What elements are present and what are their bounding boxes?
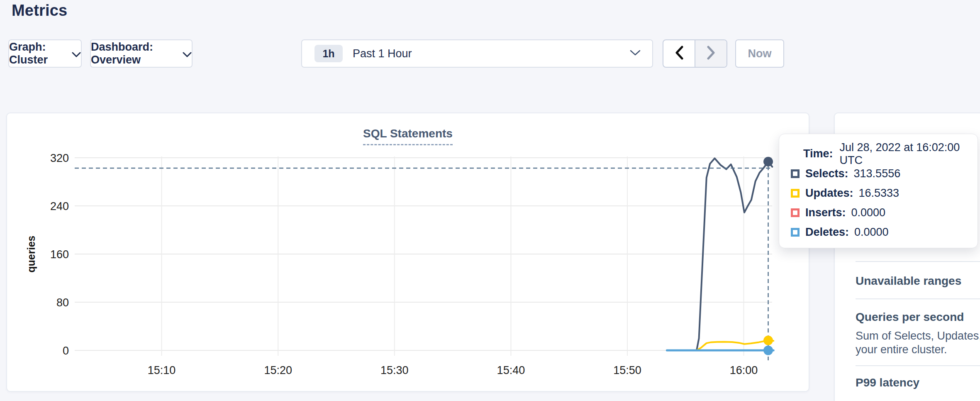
sidebar-divider [856,298,980,299]
tooltip-updates-label: Updates: [805,187,853,200]
chevron-down-icon [630,50,641,58]
chart-title-wrap: SQL Statements [6,127,809,145]
page-title: Metrics [12,2,67,20]
tooltip-inserts-label: Inserts: [805,206,846,219]
sidebar-qps-description-line2: your entire cluster. [856,343,947,356]
tooltip-row-deletes: Deletes: 0.0000 [791,226,966,238]
tooltip-selects-label: Selects: [805,167,848,180]
tooltip-deletes-value: 0.0000 [854,226,889,239]
tooltip-row-selects: Selects: 313.5556 [791,167,966,180]
tooltip-time-row: Time: Jul 28, 2022 at 16:02:00 UTC [803,147,966,160]
tooltip-row-inserts: Inserts: 0.0000 [791,206,966,219]
deletes-legend-swatch-icon [791,228,800,237]
tooltip-inserts-value: 0.0000 [851,206,886,219]
chevron-left-icon [675,46,684,61]
time-range-label: Past 1 Hour [353,47,412,60]
prev-time-button[interactable] [663,40,695,67]
time-step-buttons [663,39,727,68]
chart-title[interactable]: SQL Statements [363,127,453,145]
dashboard-dropdown[interactable]: Dashboard: Overview [90,39,193,68]
time-range-selector[interactable]: 1h Past 1 Hour [301,39,653,68]
dashboard-label: Dashboard: Overview [91,41,175,66]
tooltip-deletes-label: Deletes: [805,226,849,239]
inserts-legend-swatch-icon [791,208,800,217]
tooltip-updates-value: 16.5333 [859,187,900,200]
tooltip-selects-value: 313.5556 [854,167,901,180]
chevron-right-icon [707,46,716,61]
chevron-down-icon [72,47,81,60]
sidebar-heading-unavailable-ranges: Unavailable ranges [856,274,961,288]
next-time-button[interactable] [695,40,726,67]
selects-legend-swatch-icon [791,169,800,178]
updates-legend-swatch-icon [791,189,800,198]
tooltip-time-value: Jul 28, 2022 at 16:02:00 UTC [840,141,966,167]
graph-scope-dropdown[interactable]: Graph: Cluster [8,39,82,68]
tooltip-time-label: Time: [803,147,833,160]
graph-scope-label: Graph: Cluster [9,41,64,66]
now-button[interactable]: Now [735,39,784,68]
sidebar-heading-queries-per-second: Queries per second [856,311,964,324]
sidebar-qps-description-line1: Sum of Selects, Updates, Inser [856,330,980,342]
chevron-down-icon [183,47,192,60]
chart-hover-tooltip: Time: Jul 28, 2022 at 16:02:00 UTC Selec… [779,134,978,248]
tooltip-row-updates: Updates: 16.5333 [791,187,966,199]
sidebar-heading-p99-latency: P99 latency [856,376,919,389]
metrics-chart-card [6,112,809,392]
sidebar-divider [856,261,980,262]
sidebar-divider [856,365,980,366]
time-range-badge: 1h [314,45,343,62]
